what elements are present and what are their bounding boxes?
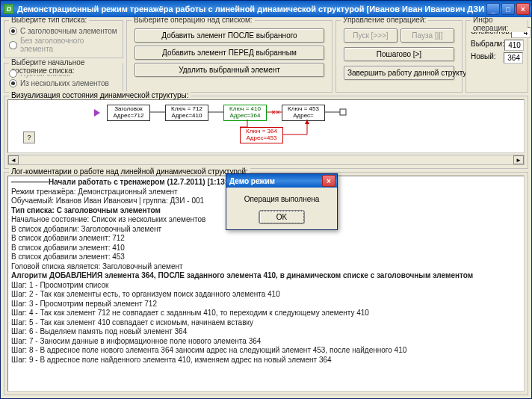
step-button[interactable]: Пошагово [>]	[344, 47, 454, 61]
titlebar: D Демонстрационный режим тренажёра работ…	[1, 1, 531, 17]
delete-button[interactable]: Удалить выбранный элемент	[134, 63, 324, 77]
maximize-button[interactable]: □	[501, 3, 515, 15]
viz-scrollbar[interactable]: ◄ ►	[7, 155, 525, 165]
finish-button[interactable]: Завершить работу данной структуры	[344, 66, 454, 80]
stat-selected-value: 410	[504, 40, 524, 51]
radio-label: Из нескольких элементов	[20, 79, 109, 87]
group-init-state-legend: Выберите начальное состояние списка:	[9, 58, 123, 75]
log-line: Шаг: 9 - В адресное поле найденного элем…	[11, 356, 521, 365]
radio-label: Без заголовочного элемента	[20, 37, 118, 53]
log-line: Алгоритм ДОБАВЛЕНИЯ элемента 364, ПОСЛЕ …	[11, 271, 521, 281]
group-stats: Инфо операции: Элементов: 4 Выбрали: 410…	[466, 20, 528, 93]
group-init-state: Выберите начальное состояние списка: Пус…	[4, 63, 123, 93]
add-before-button[interactable]: Добавить элемент ПЕРЕД выбранным	[134, 46, 324, 60]
log-line: В список добавили элемент: 453	[11, 253, 521, 262]
modal-dialog: Демо режим × Операция выполнена OK	[226, 173, 338, 230]
group-control-legend: Управление операцией:	[341, 17, 428, 24]
pause-button[interactable]: Пауза [||]	[400, 28, 454, 43]
group-visualization: Визуализация состояния динамической стру…	[4, 96, 528, 169]
group-log-legend: Лог-комментарии о работе над линейной ди…	[9, 167, 250, 176]
radio-without-header[interactable]: Без заголовочного элемента	[9, 37, 118, 53]
window-title: Демонстрационный режим тренажёра работы …	[17, 4, 486, 13]
modal-message: Операция выполнена	[244, 195, 320, 203]
stat-new-value: 364	[504, 52, 523, 64]
svg-rect-6	[340, 109, 346, 115]
modal-close-button[interactable]: ×	[322, 175, 335, 187]
log-line: Головой списка является: Заголовочный эл…	[11, 262, 521, 272]
group-list-type: Выберите тип списка: С заголовочным элем…	[4, 20, 123, 58]
radio-icon	[9, 41, 17, 49]
radio-label: С заголовочным элементом	[20, 27, 117, 35]
scroll-right-icon[interactable]: ►	[513, 155, 524, 164]
radio-icon	[9, 27, 17, 35]
log-line: Шаг: 5 - Так как элемент 410 совпадает с…	[11, 318, 521, 328]
add-after-button[interactable]: Добавить элемент ПОСЛЕ выбранного	[134, 28, 324, 43]
viz-canvas: Заголовок Адрес=712 Ключ = 712 Адрес=410…	[7, 99, 525, 153]
modal-titlebar: Демо режим ×	[226, 174, 337, 188]
group-control: Управление операцией: Пуск [>>>] Пауза […	[335, 20, 463, 93]
app-icon: D	[4, 4, 14, 14]
radio-several-elements[interactable]: Из нескольких элементов	[9, 79, 118, 87]
start-button[interactable]: Пуск [>>>]	[344, 28, 398, 43]
log-line: Шаг: 1 - Просмотрим список	[11, 281, 521, 291]
log-line: Шаг: 7 - Заносим данные в информационное…	[11, 337, 521, 347]
log-line: Шаг: 8 - В адресное поле нового элемента…	[11, 346, 521, 356]
stat-selected-label: Выбрали:	[471, 40, 504, 51]
group-operations: Выберите операцию над списком: Добавить …	[126, 20, 332, 93]
group-stats-legend: Инфо операции:	[471, 17, 528, 32]
radio-icon	[9, 79, 17, 87]
log-line: Шаг: 2 - Так как элементы есть, то орган…	[11, 290, 521, 300]
minimize-button[interactable]: _	[486, 3, 500, 15]
svg-marker-7	[305, 120, 309, 124]
radio-icon	[9, 69, 17, 78]
group-viz-legend: Визуализация состояния динамической стру…	[9, 91, 191, 99]
group-list-type-legend: Выберите тип списка:	[9, 17, 89, 24]
log-line: Шаг: 6 - Выделяем память под новый элеме…	[11, 327, 521, 337]
modal-title: Демо режим	[229, 177, 322, 185]
close-button[interactable]: ×	[516, 3, 530, 15]
log-line: В список добавили элемент: 712	[11, 234, 521, 244]
modal-ok-button[interactable]: OK	[259, 211, 304, 223]
linkage-arrows: × ×	[8, 100, 382, 153]
scroll-left-icon[interactable]: ◄	[8, 155, 19, 164]
group-operations-legend: Выберите операцию над списком:	[132, 17, 255, 24]
stat-new-label: Новый:	[471, 52, 496, 64]
log-line: Шаг: 4 - Так как элемент 712 не совпадае…	[11, 309, 521, 318]
svg-text:×: ×	[276, 108, 280, 117]
radio-with-header[interactable]: С заголовочным элементом	[9, 27, 118, 35]
log-line: Шаг: 3 - Просмотрим первый элемент 712	[11, 300, 521, 309]
log-line: В список добавили элемент: 410	[11, 244, 521, 253]
window-controls: _ □ ×	[486, 3, 530, 15]
